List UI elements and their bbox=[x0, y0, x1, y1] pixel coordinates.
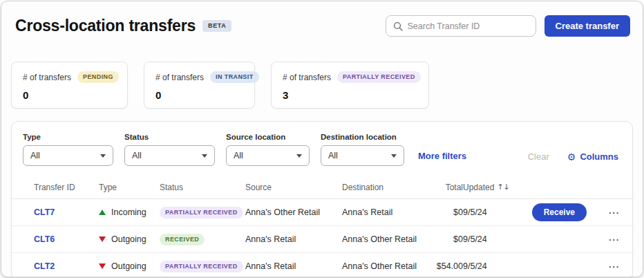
transfer-id-cell: CLT2 bbox=[34, 261, 99, 271]
status-badge: PARTIALLY RECEIVED bbox=[160, 207, 243, 219]
chevron-down-icon bbox=[391, 154, 397, 158]
status-cell: RECEIVED bbox=[160, 234, 245, 245]
filter-label: Destination location bbox=[321, 133, 404, 141]
filter-label: Status bbox=[124, 133, 215, 141]
stat-value: 0 bbox=[23, 89, 116, 101]
stat-value: 0 bbox=[155, 89, 243, 101]
outgoing-icon bbox=[99, 237, 106, 242]
search-icon bbox=[393, 21, 403, 31]
total-cell: $0 bbox=[425, 234, 463, 244]
type-label: Outgoing bbox=[111, 234, 146, 244]
beta-badge: BETA bbox=[202, 20, 231, 32]
columns-button[interactable]: ⚙ Columns bbox=[567, 151, 618, 162]
status-badge: PARTIALLY RECEIVED bbox=[160, 261, 243, 272]
filters-bar: Type All Status All Source location All bbox=[12, 122, 632, 174]
col-updated-label: Updated bbox=[463, 183, 494, 192]
col-transfer-id: Transfer ID bbox=[34, 183, 99, 192]
transfers-panel: Type All Status All Source location All bbox=[11, 121, 633, 277]
stat-value: 3 bbox=[283, 89, 417, 101]
stats-row: # of transfers PENDING 0 # of transfers … bbox=[11, 62, 633, 109]
more-filters-link[interactable]: More filters bbox=[418, 151, 466, 161]
stat-card-in-transit: # of transfers IN TRANSIT 0 bbox=[144, 62, 255, 109]
status-badge: RECEIVED bbox=[160, 234, 205, 245]
source-location-select[interactable]: All bbox=[226, 145, 310, 166]
type-label: Incoming bbox=[111, 207, 146, 217]
stat-card-pending: # of transfers PENDING 0 bbox=[11, 62, 128, 109]
col-status: Status bbox=[160, 183, 245, 192]
stat-top: # of transfers PENDING bbox=[23, 71, 116, 83]
type-cell: Outgoing bbox=[99, 234, 160, 244]
filter-label: Source location bbox=[226, 133, 310, 141]
filter-type: Type All bbox=[23, 133, 113, 166]
status-select[interactable]: All bbox=[124, 145, 215, 166]
incoming-icon bbox=[99, 210, 106, 215]
status-cell: PARTIALLY RECEIVED bbox=[160, 207, 245, 219]
gear-icon: ⚙ bbox=[567, 152, 576, 162]
select-value: All bbox=[30, 151, 40, 160]
stat-top: # of transfers IN TRANSIT bbox=[155, 71, 243, 83]
status-badge-pending: PENDING bbox=[77, 71, 119, 83]
type-cell: Incoming bbox=[99, 207, 160, 217]
filter-destination-location: Destination location All bbox=[321, 133, 404, 166]
type-label: Outgoing bbox=[111, 261, 146, 271]
source-cell: Anna's Retail bbox=[245, 234, 342, 244]
select-value: All bbox=[328, 151, 338, 160]
create-transfer-button[interactable]: Create transfer bbox=[544, 15, 631, 37]
action-cell: Receive bbox=[522, 203, 591, 221]
destination-cell: Anna's Other Retail bbox=[342, 234, 425, 244]
page-header: Cross-location transfers BETA Create tra… bbox=[1, 1, 643, 37]
updated-cell: 9/5/24 bbox=[463, 234, 522, 244]
transfer-link[interactable]: CLT2 bbox=[34, 261, 55, 271]
select-value: All bbox=[234, 151, 243, 160]
page-title: Cross-location transfers bbox=[15, 17, 196, 35]
transfer-id-cell: CLT6 bbox=[34, 234, 99, 244]
filter-status: Status All bbox=[124, 133, 215, 166]
col-source: Source bbox=[245, 183, 342, 192]
header-actions: Create transfer bbox=[386, 15, 631, 37]
transfer-link[interactable]: CLT7 bbox=[34, 207, 55, 217]
col-destination: Destination bbox=[342, 183, 425, 192]
total-cell: $54.00 bbox=[425, 261, 463, 271]
table-row: CLT6 Outgoing RECEIVED Anna's Retail Ann… bbox=[12, 226, 632, 253]
columns-label: Columns bbox=[580, 151, 618, 162]
destination-cell: Anna's Retail bbox=[342, 207, 425, 217]
status-badge-partially-received: PARTIALLY RECEIVED bbox=[337, 71, 421, 83]
stat-label: # of transfers bbox=[23, 73, 71, 82]
transfer-link[interactable]: CLT6 bbox=[34, 234, 55, 244]
status-badge-in-transit: IN TRANSIT bbox=[210, 71, 259, 83]
transfer-id-cell: CLT7 bbox=[34, 207, 99, 217]
outgoing-icon bbox=[99, 263, 106, 269]
title-wrap: Cross-location transfers BETA bbox=[15, 17, 231, 35]
stat-label: # of transfers bbox=[283, 73, 331, 82]
total-cell: $0 bbox=[425, 207, 463, 217]
destination-cell: Anna's Other Retail bbox=[342, 261, 425, 271]
type-select[interactable]: All bbox=[23, 145, 113, 166]
table-row: CLT2 Outgoing PARTIALLY RECEIVED Anna's … bbox=[12, 253, 632, 277]
updated-cell: 9/5/24 bbox=[463, 207, 522, 217]
chevron-down-icon bbox=[100, 154, 106, 158]
status-cell: PARTIALLY RECEIVED bbox=[160, 261, 245, 272]
row-menu-icon[interactable]: ··· bbox=[591, 234, 620, 245]
search-input[interactable] bbox=[408, 21, 529, 31]
row-menu-icon[interactable]: ··· bbox=[591, 207, 620, 218]
chevron-down-icon bbox=[202, 154, 207, 158]
filters-right: Clear ⚙ Columns bbox=[528, 151, 618, 162]
destination-location-select[interactable]: All bbox=[321, 145, 404, 166]
stat-top: # of transfers PARTIALLY RECEIVED bbox=[283, 71, 417, 83]
clear-filters-button[interactable]: Clear bbox=[528, 151, 549, 162]
search-box[interactable] bbox=[386, 15, 536, 37]
updated-cell: 9/5/24 bbox=[463, 261, 522, 271]
select-value: All bbox=[132, 151, 142, 160]
source-cell: Anna's Retail bbox=[245, 261, 342, 271]
table-row: CLT7 Incoming PARTIALLY RECEIVED Anna's … bbox=[12, 199, 632, 226]
filter-label: Type bbox=[23, 133, 113, 141]
row-menu-icon[interactable]: ··· bbox=[591, 261, 620, 272]
type-cell: Outgoing bbox=[99, 261, 160, 271]
filter-source-location: Source location All bbox=[226, 133, 310, 166]
stat-label: # of transfers bbox=[155, 73, 204, 82]
col-total: Total bbox=[425, 183, 463, 192]
col-updated-sort[interactable]: Updated ↑↓ bbox=[463, 183, 522, 192]
receive-button[interactable]: Receive bbox=[532, 203, 587, 221]
table-header: Transfer ID Type Status Source Destinati… bbox=[12, 176, 632, 199]
source-cell: Anna's Other Retail bbox=[245, 207, 342, 217]
